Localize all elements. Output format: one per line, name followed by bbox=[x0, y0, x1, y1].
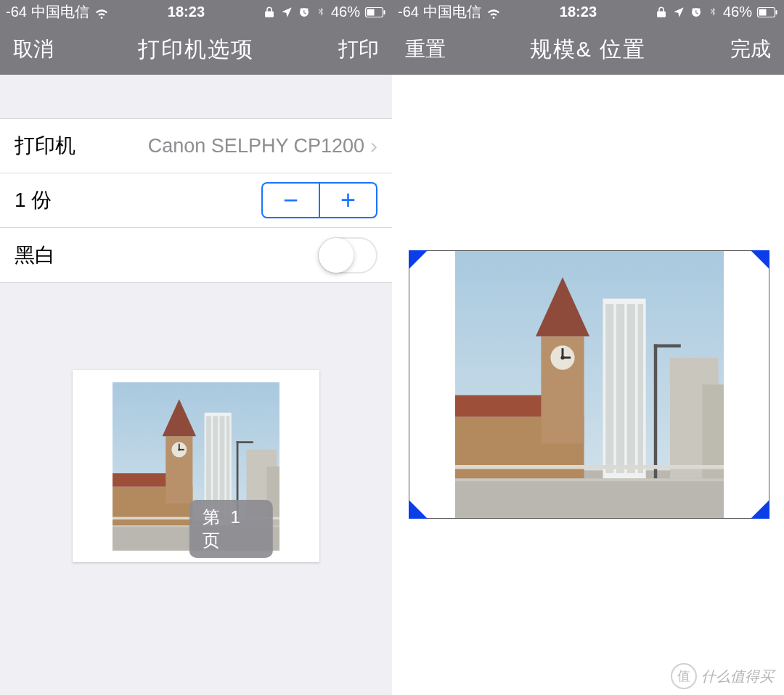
battery-percent: 46% bbox=[331, 4, 360, 20]
page-badge: 第 1 页 bbox=[189, 500, 273, 558]
copies-row: 1 份 − + bbox=[0, 173, 392, 228]
printer-label: 打印机 bbox=[15, 132, 75, 160]
nav-bar: 取消 打印机选项 打印 bbox=[0, 24, 392, 75]
printer-row[interactable]: 打印机 Canon SELPHY CP1200 › bbox=[0, 119, 392, 173]
crop-frame[interactable] bbox=[409, 250, 769, 519]
status-bar: -64 中国电信 18:23 46% bbox=[0, 0, 392, 24]
carrier-name: 中国电信 bbox=[423, 2, 481, 22]
lock-icon bbox=[263, 6, 276, 19]
nav-title: 规模& 位置 bbox=[449, 35, 727, 65]
signal-strength: -64 bbox=[398, 4, 419, 20]
signal-strength: -64 bbox=[6, 4, 27, 20]
settings-group: 打印机 Canon SELPHY CP1200 › 1 份 − + 黑白 bbox=[0, 118, 392, 283]
watermark-badge: 值 bbox=[671, 663, 697, 689]
stepper-minus-button[interactable]: − bbox=[261, 182, 319, 218]
bw-label: 黑白 bbox=[15, 242, 55, 269]
right-screen: -64 中国电信 18:23 46% 重置 规模& 位置 完成 值 什么值得买 bbox=[392, 0, 784, 695]
alarm-icon bbox=[298, 6, 311, 19]
watermark: 值 什么值得买 bbox=[671, 663, 774, 689]
nav-bar: 重置 规模& 位置 完成 bbox=[392, 24, 784, 75]
bluetooth-icon bbox=[315, 7, 327, 18]
crop-photo[interactable] bbox=[455, 251, 724, 518]
carrier-name: 中国电信 bbox=[31, 2, 89, 22]
alarm-icon bbox=[690, 6, 703, 19]
bw-toggle[interactable] bbox=[318, 237, 377, 274]
preview-photo: 第 1 页 bbox=[113, 382, 279, 551]
nav-title: 打印机选项 bbox=[57, 35, 335, 65]
reset-button[interactable]: 重置 bbox=[405, 36, 449, 63]
copies-stepper: − + bbox=[261, 182, 377, 218]
battery-percent: 46% bbox=[723, 4, 752, 20]
printer-value: Canon SELPHY CP1200 bbox=[75, 135, 370, 157]
bluetooth-icon bbox=[707, 7, 719, 18]
battery-icon bbox=[364, 7, 386, 17]
chevron-right-icon: › bbox=[370, 133, 377, 158]
battery-icon bbox=[756, 7, 778, 17]
crop-handle-tr[interactable] bbox=[751, 250, 769, 269]
bw-row: 黑白 bbox=[0, 228, 392, 282]
wifi-icon bbox=[486, 4, 502, 20]
left-screen: -64 中国电信 18:23 46% 取消 打印机选项 打印 打印机 Canon… bbox=[0, 0, 392, 695]
status-bar: -64 中国电信 18:23 46% bbox=[392, 0, 784, 24]
status-time: 18:23 bbox=[114, 4, 258, 20]
stepper-plus-button[interactable]: + bbox=[319, 182, 377, 218]
done-button[interactable]: 完成 bbox=[727, 36, 771, 63]
location-icon bbox=[672, 6, 685, 19]
print-preview[interactable]: 第 1 页 bbox=[73, 370, 319, 562]
location-icon bbox=[280, 6, 293, 19]
copies-label: 1 份 bbox=[15, 186, 52, 214]
crop-handle-br[interactable] bbox=[751, 500, 769, 519]
wifi-icon bbox=[94, 4, 110, 20]
crop-handle-bl[interactable] bbox=[409, 500, 428, 519]
print-button[interactable]: 打印 bbox=[335, 36, 379, 63]
lock-icon bbox=[655, 6, 668, 19]
watermark-text: 什么值得买 bbox=[701, 667, 774, 686]
crop-handle-tl[interactable] bbox=[409, 250, 428, 269]
cancel-button[interactable]: 取消 bbox=[13, 36, 57, 63]
status-time: 18:23 bbox=[506, 4, 650, 20]
